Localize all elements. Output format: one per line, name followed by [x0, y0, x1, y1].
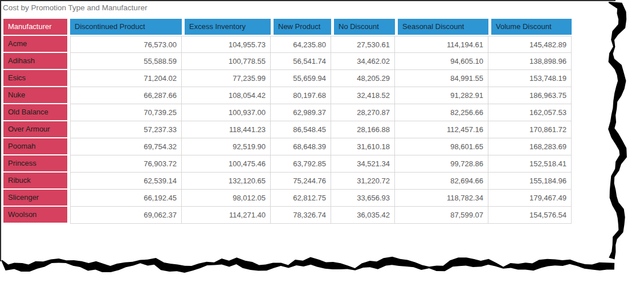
table-row-over-armour: Over Armour57,237.33118,441.2386,548.452…	[3, 121, 572, 138]
value-cell: 31,220.72	[331, 173, 395, 190]
table-row-woolson: Woolson69,062.37114,271.4078,326.7436,03…	[3, 207, 572, 224]
value-cell: 82,256.66	[395, 104, 488, 121]
value-cell: 87,599.07	[395, 207, 488, 224]
row-label-cell: Ribuck	[3, 173, 67, 188]
column-header-new-product[interactable]: New Product	[271, 19, 331, 35]
value-cell: 57,237.33	[70, 121, 182, 138]
value-cell: 168,283.69	[488, 138, 572, 155]
value-cell: 84,991.55	[395, 70, 488, 87]
value-cell: 77,235.99	[182, 70, 271, 87]
value-cell: 28,166.88	[331, 121, 395, 138]
value-cell: 132,120.65	[182, 173, 271, 190]
value-cell: 94,605.10	[395, 53, 488, 70]
value-cell: 62,989.37	[271, 104, 331, 121]
value-cell: 153,748.19	[488, 70, 572, 87]
row-label-cell: Woolson	[3, 207, 67, 223]
row-header-cell[interactable]: Manufacturer	[3, 19, 67, 35]
value-cell: 69,062.37	[70, 207, 182, 224]
row-label-cell: Adihash	[3, 53, 67, 69]
torn-edge-path	[1, 257, 614, 273]
visual-title: Cost by Promotion Type and Manufacturer	[3, 3, 147, 12]
value-cell: 100,937.00	[182, 104, 271, 121]
value-cell: 63,792.85	[271, 155, 331, 173]
table-row-princess: Princess76,903.72100,475.4663,792.8534,5…	[3, 155, 572, 173]
value-cell: 33,656.93	[331, 190, 395, 207]
value-cell: 138,898.96	[488, 53, 572, 70]
value-cell: 118,441.23	[182, 121, 271, 138]
value-cell: 99,728.86	[395, 155, 488, 173]
row-label-cell: Princess	[3, 155, 67, 171]
row-label-cell: Nuke	[3, 87, 67, 103]
cost-table: ManufacturerDiscontinued ProductExcess I…	[3, 19, 572, 224]
row-label-cell: Esics	[3, 70, 67, 86]
screenshot-left-border	[0, 0, 1, 261]
value-cell: 170,861.72	[488, 121, 572, 138]
value-cell: 56,541.74	[271, 53, 331, 70]
value-cell: 114,194.61	[395, 36, 488, 53]
value-cell: 162,057.53	[488, 104, 572, 121]
table-row-acme: Acme76,573.00104,955.7364,235.8027,530.6…	[3, 36, 572, 53]
value-cell: 91,282.91	[395, 87, 488, 104]
value-cell: 62,812.75	[271, 190, 331, 207]
value-cell: 70,739.25	[70, 104, 182, 121]
row-label-cell: Slicenger	[3, 190, 67, 206]
value-cell: 64,235.80	[271, 36, 331, 53]
table-row-esics: Esics71,204.0277,235.9955,659.9448,205.2…	[3, 70, 572, 87]
header-row: ManufacturerDiscontinued ProductExcess I…	[3, 19, 572, 36]
value-cell: 80,197.68	[271, 87, 331, 104]
value-cell: 76,903.72	[70, 155, 182, 173]
value-cell: 100,475.46	[182, 155, 271, 173]
value-cell: 118,782.34	[395, 190, 488, 207]
value-cell: 27,530.61	[331, 36, 395, 53]
column-header-volume-discount[interactable]: Volume Discount	[488, 19, 572, 35]
value-cell: 154,576.54	[488, 207, 572, 224]
table-row-old-balance: Old Balance70,739.25100,937.0062,989.372…	[3, 104, 572, 121]
value-cell: 34,462.02	[331, 53, 395, 70]
value-cell: 179,467.49	[488, 190, 572, 207]
value-cell: 100,778.55	[182, 53, 271, 70]
value-cell: 98,601.65	[395, 138, 488, 155]
value-cell: 36,035.42	[331, 207, 395, 224]
row-label-cell: Over Armour	[3, 121, 67, 137]
table-row-slicenger: Slicenger66,192.4598,012.0562,812.7533,6…	[3, 190, 572, 207]
value-cell: 145,482.89	[488, 36, 572, 53]
value-cell: 104,955.73	[182, 36, 271, 53]
row-label-cell: Old Balance	[3, 104, 67, 120]
value-cell: 155,184.96	[488, 173, 572, 190]
value-cell: 55,588.59	[70, 53, 182, 70]
column-header-seasonal-discount[interactable]: Seasonal Discount	[395, 19, 488, 35]
value-cell: 98,012.05	[182, 190, 271, 207]
torn-edge-path	[608, 2, 627, 260]
value-cell: 75,244.76	[271, 173, 331, 190]
value-cell: 34,521.34	[331, 155, 395, 173]
value-cell: 71,204.02	[70, 70, 182, 87]
value-cell: 92,519.90	[182, 138, 271, 155]
value-cell: 62,539.14	[70, 173, 182, 190]
value-cell: 114,271.40	[182, 207, 271, 224]
value-cell: 76,573.00	[70, 36, 182, 53]
value-cell: 78,326.74	[271, 207, 331, 224]
value-cell: 31,610.18	[331, 138, 395, 155]
value-cell: 186,963.75	[488, 87, 572, 104]
value-cell: 86,548.45	[271, 121, 331, 138]
column-header-no-discount[interactable]: No Discount	[331, 19, 395, 35]
table-row-nuke: Nuke66,287.66108,054.4280,197.6832,418.5…	[3, 87, 572, 104]
value-cell: 69,754.32	[70, 138, 182, 155]
powerbi-table-visual: Cost by Promotion Type and Manufacturer …	[0, 0, 644, 283]
value-cell: 28,270.87	[331, 104, 395, 121]
table-row-adihash: Adihash55,588.59100,778.5556,541.7434,46…	[3, 53, 572, 70]
value-cell: 152,518.41	[488, 155, 572, 173]
table-row-poomah: Poomah69,754.3292,519.9068,648.3931,610.…	[3, 138, 572, 155]
value-cell: 32,418.52	[331, 87, 395, 104]
value-cell: 66,192.45	[70, 190, 182, 207]
table-row-ribuck: Ribuck62,539.14132,120.6575,244.7631,220…	[3, 173, 572, 190]
screenshot-top-border	[0, 0, 616, 1]
value-cell: 108,054.42	[182, 87, 271, 104]
value-cell: 66,287.66	[70, 87, 182, 104]
column-header-discontinued-product[interactable]: Discontinued Product	[70, 19, 182, 35]
value-cell: 82,694.66	[395, 173, 488, 190]
value-cell: 48,205.29	[331, 70, 395, 87]
value-cell: 55,659.94	[271, 70, 331, 87]
value-cell: 112,457.16	[395, 121, 488, 138]
column-header-excess-inventory[interactable]: Excess Inventory	[182, 19, 271, 35]
